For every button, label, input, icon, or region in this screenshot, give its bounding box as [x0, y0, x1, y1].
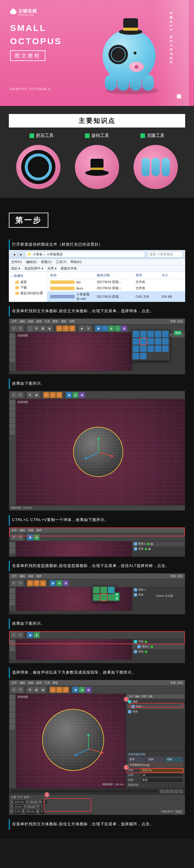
cone-icon[interactable]	[140, 331, 146, 337]
metaball-icon[interactable]	[93, 594, 100, 600]
side-recent[interactable]: 最近访问的位置	[11, 290, 45, 296]
oiltank-icon[interactable]	[162, 338, 169, 345]
rotate-icon[interactable]: ◉	[47, 326, 53, 331]
size-y-input[interactable]: 35 cm	[27, 805, 36, 808]
spline-icon[interactable]: 〰	[102, 326, 108, 331]
label-rotation: 旋转	[24, 795, 29, 799]
model-mode-icon[interactable]	[10, 333, 15, 339]
sphere-mesh[interactable]	[42, 709, 104, 771]
tb-organize[interactable]: 组织 ▾	[11, 266, 20, 271]
side-favorites[interactable]: 收藏夹	[11, 274, 45, 278]
axis-y-icon[interactable]: Y	[63, 326, 69, 331]
crumb-0[interactable]: 小章鱼	[33, 252, 43, 256]
play-icon[interactable]	[169, 789, 174, 794]
plane-icon[interactable]	[162, 331, 169, 337]
symmetry-icon[interactable]	[101, 594, 107, 600]
boole-icon[interactable]	[101, 587, 107, 593]
move-icon[interactable]: ✥	[34, 326, 39, 331]
coord-mode[interactable]: 对象(相对)	[161, 810, 173, 814]
select-icon[interactable]: ⬚	[27, 326, 33, 331]
caption-2: 在菜单栏找到立方体图标,按住立方体图标，出现下拉菜单，选择球体，点击。	[9, 306, 185, 317]
ideal-checkbox[interactable]	[141, 785, 144, 786]
menu-view[interactable]: 查看(V)	[41, 260, 52, 264]
platonic-icon[interactable]	[147, 345, 154, 352]
col-size[interactable]: 大小	[162, 273, 182, 277]
next-frame-icon[interactable]	[174, 789, 178, 794]
col-type[interactable]: 类型	[136, 273, 162, 277]
explorer-search[interactable]: 搜索 小章鱼预设	[147, 251, 183, 257]
menu-file[interactable]: 文件(F)	[11, 260, 22, 264]
axis-x-icon[interactable]: X	[56, 326, 62, 331]
relief-icon[interactable]	[133, 353, 139, 359]
render-settings-icon[interactable]: ⚙	[85, 326, 91, 331]
segments-input[interactable]: 16	[141, 773, 183, 777]
menu-help[interactable]: 帮助(H)	[71, 260, 81, 264]
menu-tools[interactable]: 工具(T)	[56, 260, 66, 264]
obj-sphere[interactable]: 球体	[126, 709, 185, 714]
undo-icon[interactable]: ↶	[11, 326, 17, 331]
square-icon	[177, 94, 181, 98]
to-end-icon[interactable]	[179, 789, 183, 794]
disc-icon[interactable]	[155, 331, 161, 337]
instance-icon[interactable]	[108, 587, 114, 593]
obj-sphere[interactable]: 球体	[132, 649, 185, 654]
size-x-input[interactable]: 20 cm	[29, 800, 38, 804]
object-mode-icon[interactable]	[10, 339, 15, 345]
tube-icon[interactable]	[133, 345, 139, 352]
guide-icon[interactable]	[140, 353, 146, 359]
file-row-tex[interactable]: tex 2017/9/18 星期…文件夹	[47, 279, 185, 285]
scale-icon[interactable]: ◧	[40, 326, 46, 331]
capsule-icon[interactable]	[155, 338, 161, 345]
crumb-1[interactable]: 小章鱼预设	[47, 252, 63, 256]
landscape-icon[interactable]	[162, 345, 169, 352]
apply-button[interactable]: 应用	[174, 810, 183, 814]
poly-mode-icon[interactable]	[10, 357, 15, 362]
tb-share[interactable]: 共享 ▾	[48, 266, 57, 271]
col-name[interactable]: 名称	[50, 273, 97, 277]
obj-sphere1[interactable]: 球体.1	[132, 541, 185, 546]
file-row-c4d[interactable]: 小章鱼预设.c4d 2017/9/18 星期…C4D 文件524 KB	[47, 291, 185, 302]
grid-spacing: 网格间距: 100 cm	[103, 783, 123, 786]
array-icon[interactable]	[93, 587, 100, 593]
torus-icon[interactable]	[147, 338, 154, 345]
polygon-icon[interactable]	[133, 338, 139, 345]
c4d-viewport[interactable]: 透视视图	[16, 333, 132, 371]
redo-icon[interactable]: ↷	[18, 326, 23, 331]
side-download[interactable]: 下载	[11, 285, 45, 290]
nav-fwd-button[interactable]: ►	[18, 252, 24, 257]
point-mode-icon[interactable]	[10, 345, 15, 350]
render-icon[interactable]: ▶	[79, 326, 85, 331]
python-icon[interactable]	[108, 594, 114, 600]
deformer-icon[interactable]: ◇	[115, 326, 120, 331]
col-date[interactable]: 修改日期	[97, 273, 136, 277]
prev-frame-icon[interactable]	[165, 789, 169, 794]
popup-label-sphere: 球体	[174, 331, 182, 335]
c4d-viewport[interactable]: 透视视图	[16, 399, 185, 505]
cube-icon[interactable]	[133, 331, 139, 337]
type-select[interactable]: 标准	[141, 778, 183, 783]
edge-mode-icon[interactable]	[10, 351, 15, 356]
cube-primitive-icon[interactable]: ◼	[95, 326, 101, 331]
figure-icon[interactable]	[155, 345, 161, 352]
kp-item-extrude: 挤压工具	[29, 133, 54, 138]
timeline-track[interactable]	[11, 790, 158, 793]
obj-sphere[interactable]: 球体	[132, 546, 185, 551]
pyramid-icon[interactable]	[140, 345, 146, 352]
address-bar[interactable]: 📁 小章鱼 ▸ 小章鱼预设	[25, 251, 145, 257]
obj-sphere1-nested[interactable]: 球体.1	[132, 644, 185, 649]
array-icon[interactable]: ▦	[121, 326, 127, 331]
generator-icon[interactable]: ◆	[108, 326, 114, 331]
obj-sphere1[interactable]: 球体.1	[132, 587, 185, 592]
sphere-icon[interactable]	[140, 338, 146, 345]
c4d-viewport[interactable]: 透视视图 网格间距: 100 cm	[16, 694, 126, 788]
axis-z-icon[interactable]: Z	[69, 326, 75, 331]
menu-edit[interactable]: 编辑(E)	[26, 260, 37, 264]
tb-include-lib[interactable]: 包含到库中 ▾	[25, 266, 43, 271]
tb-new-folder[interactable]: 新建文件夹	[61, 266, 77, 271]
cylinder-icon[interactable]	[147, 331, 154, 337]
layout-select[interactable]: 界面: 启动	[170, 319, 183, 323]
to-start-icon[interactable]	[160, 789, 164, 794]
nav-back-button[interactable]: ◄	[11, 252, 17, 257]
side-desktop[interactable]: 桌面	[11, 279, 45, 285]
file-row-illum[interactable]: illum 2017/9/18 星期…文件夹	[47, 285, 185, 291]
